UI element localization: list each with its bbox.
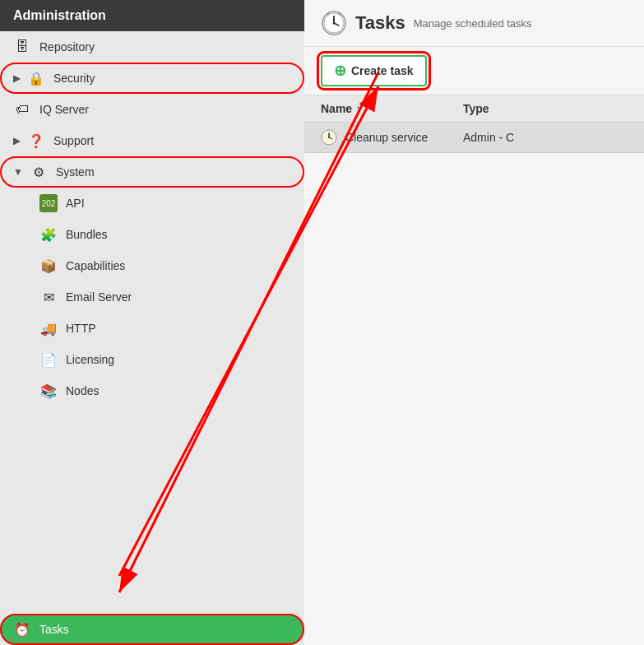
sidebar-item-label: Email Server xyxy=(66,290,132,304)
sidebar-item-security[interactable]: ▶ 🔒 Security xyxy=(0,63,304,94)
system-icon: ⚙ xyxy=(30,163,48,181)
security-icon: 🔒 xyxy=(27,69,45,87)
sidebar-item-label: IQ Server xyxy=(39,103,89,116)
row-icon xyxy=(321,129,337,146)
expand-arrow-system: ▼ xyxy=(13,166,23,178)
sidebar-item-label: Tasks xyxy=(39,623,69,636)
sidebar-item-api[interactable]: 202 API xyxy=(0,188,304,219)
svg-point-10 xyxy=(328,137,330,138)
sidebar-item-http[interactable]: 🚚 HTTP xyxy=(0,313,304,344)
sidebar-item-email-server[interactable]: ✉ Email Server xyxy=(0,281,304,313)
sort-arrow-name: ↑ xyxy=(355,103,360,114)
row-type: Admin - C xyxy=(463,131,628,144)
iq-server-icon: 🏷 xyxy=(13,100,31,118)
sidebar: Administration 🗄 Repository ▶ 🔒 Security… xyxy=(0,0,304,645)
expand-arrow-support: ▶ xyxy=(13,135,21,146)
row-name: Cleanup service xyxy=(345,131,463,144)
create-task-button[interactable]: ⊕ Create task xyxy=(321,55,427,86)
main-header: Tasks Manage scheduled tasks xyxy=(304,0,644,47)
table-header: Name ↑ Type xyxy=(304,95,644,123)
table-row[interactable]: Cleanup service Admin - C xyxy=(304,123,644,153)
sidebar-item-licensing[interactable]: 📄 Licensing xyxy=(0,344,304,375)
sidebar-item-label: Nodes xyxy=(66,384,99,397)
sidebar-item-tasks[interactable]: ⏰ Tasks xyxy=(0,614,304,645)
nodes-icon: 📚 xyxy=(39,382,58,400)
sidebar-item-iq-server[interactable]: 🏷 IQ Server xyxy=(0,94,304,125)
sidebar-item-label: API xyxy=(66,197,85,210)
sidebar-item-capabilities[interactable]: 📦 Capabilities xyxy=(0,250,304,281)
sidebar-item-label: Security xyxy=(53,72,95,85)
sidebar-item-bundles[interactable]: 🧩 Bundles xyxy=(0,219,304,250)
api-icon: 202 xyxy=(39,194,58,212)
column-type-label: Type xyxy=(463,102,489,115)
main-content: Tasks Manage scheduled tasks ⊕ Create ta… xyxy=(304,0,644,645)
tasks-icon: ⏰ xyxy=(13,620,31,638)
sidebar-header: Administration xyxy=(0,0,304,31)
capabilities-icon: 📦 xyxy=(39,257,58,275)
sidebar-item-system[interactable]: ▼ ⚙ System xyxy=(0,156,304,188)
plus-icon: ⊕ xyxy=(334,62,346,80)
sidebar-item-label: Repository xyxy=(39,40,95,53)
sidebar-title: Administration xyxy=(13,8,106,22)
sidebar-item-label: Support xyxy=(53,134,94,147)
column-header-type[interactable]: Type xyxy=(463,102,628,115)
page-subtitle: Manage scheduled tasks xyxy=(414,17,532,30)
svg-point-4 xyxy=(333,22,336,25)
bundles-icon: 🧩 xyxy=(39,225,58,244)
column-name-label: Name xyxy=(321,102,352,115)
support-icon: ❓ xyxy=(27,132,45,150)
tasks-header-icon xyxy=(321,10,347,36)
page-title: Tasks xyxy=(355,12,405,34)
sidebar-item-support[interactable]: ▶ ❓ Support xyxy=(0,125,304,156)
column-header-name[interactable]: Name ↑ xyxy=(321,102,463,115)
sidebar-item-label: System xyxy=(56,165,95,179)
sidebar-item-label: Bundles xyxy=(66,228,108,241)
sidebar-item-nodes[interactable]: 📚 Nodes xyxy=(0,375,304,406)
licensing-icon: 📄 xyxy=(39,350,58,369)
toolbar: ⊕ Create task xyxy=(304,47,644,95)
sidebar-bottom: ⏰ Tasks xyxy=(0,614,304,645)
sidebar-item-label: Licensing xyxy=(66,353,114,366)
create-task-label: Create task xyxy=(351,64,414,77)
sidebar-item-label: Capabilities xyxy=(66,259,125,272)
http-icon: 🚚 xyxy=(39,319,58,337)
sidebar-item-label: HTTP xyxy=(66,322,96,335)
sidebar-item-repository[interactable]: 🗄 Repository xyxy=(0,31,304,63)
expand-arrow-security: ▶ xyxy=(13,72,21,84)
email-server-icon: ✉ xyxy=(39,288,58,306)
repository-icon: 🗄 xyxy=(13,38,31,56)
